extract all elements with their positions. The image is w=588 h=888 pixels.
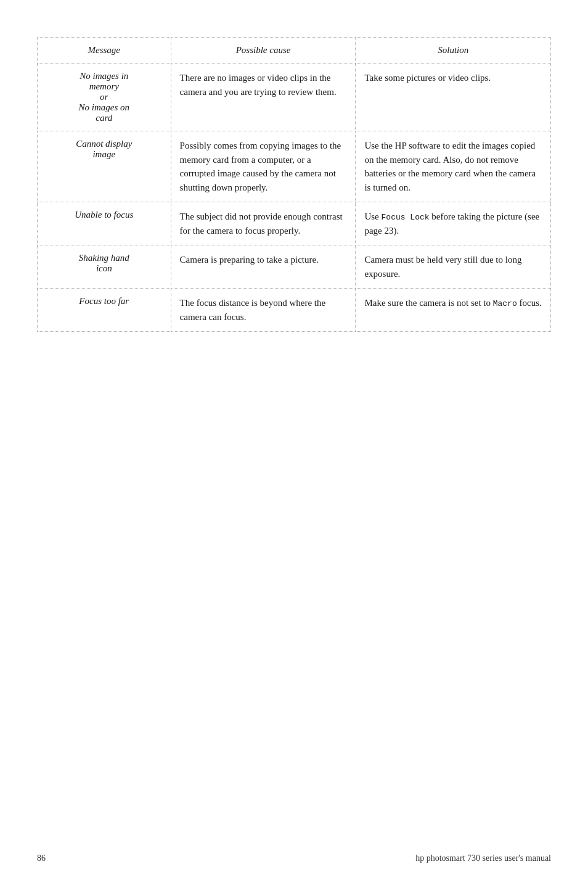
- cause-text: The focus distance is beyond where the c…: [180, 298, 326, 322]
- footer-title: hp photosmart 730 series user's manual: [415, 853, 551, 863]
- solution-cell: Make sure the camera is not set to Macro…: [356, 289, 551, 332]
- macro-text: Macro: [493, 299, 517, 308]
- message-text: Unable to focus: [75, 210, 133, 220]
- cause-cell: The subject did not provide enough contr…: [171, 202, 356, 245]
- solution-text: Use the HP software to edit the images c…: [364, 141, 536, 192]
- cause-text: Camera is preparing to take a picture.: [180, 255, 319, 265]
- header-message: Message: [38, 38, 171, 64]
- message-cell: Cannot displayimage: [38, 131, 171, 202]
- solution-cell: Camera must be held very still due to lo…: [356, 245, 551, 289]
- table-row: Shaking handicon Camera is preparing to …: [38, 245, 551, 289]
- page-container: Message Possible cause Solution No image…: [0, 0, 588, 888]
- solution-cell: Use Focus Lock before taking the picture…: [356, 202, 551, 245]
- message-cell: No images inmemoryorNo images oncard: [38, 64, 171, 131]
- message-cell: Focus too far: [38, 289, 171, 332]
- cause-cell: There are no images or video clips in th…: [171, 64, 356, 131]
- solution-cell: Use the HP software to edit the images c…: [356, 131, 551, 202]
- solution-text-part1: Make sure the camera is not set to: [364, 298, 492, 308]
- solution-text: Camera must be held very still due to lo…: [364, 255, 521, 279]
- error-messages-table: Message Possible cause Solution No image…: [37, 37, 551, 332]
- cause-cell: The focus distance is beyond where the c…: [171, 289, 356, 332]
- solution-text-part2: focus.: [517, 298, 542, 308]
- message-cell: Unable to focus: [38, 202, 171, 245]
- message-text: No images inmemoryorNo images oncard: [79, 71, 130, 123]
- table-header-row: Message Possible cause Solution: [38, 38, 551, 64]
- table-row: Focus too far The focus distance is beyo…: [38, 289, 551, 332]
- page-footer: 86 hp photosmart 730 series user's manua…: [37, 853, 551, 863]
- message-text: Shaking handicon: [79, 253, 129, 273]
- header-solution: Solution: [356, 38, 551, 64]
- cause-text: The subject did not provide enough contr…: [180, 212, 343, 236]
- message-text: Cannot displayimage: [76, 139, 132, 159]
- cause-cell: Possibly comes from copying images to th…: [171, 131, 356, 202]
- table-row: No images inmemoryorNo images oncard The…: [38, 64, 551, 131]
- cause-text: There are no images or video clips in th…: [180, 73, 337, 97]
- message-cell: Shaking handicon: [38, 245, 171, 289]
- solution-text-part1: Use: [364, 212, 381, 221]
- message-text: Focus too far: [79, 296, 129, 306]
- table-row: Unable to focus The subject did not prov…: [38, 202, 551, 245]
- cause-cell: Camera is preparing to take a picture.: [171, 245, 356, 289]
- focus-lock-text: Focus Lock: [382, 213, 430, 222]
- table-row: Cannot displayimage Possibly comes from …: [38, 131, 551, 202]
- cause-text: Possibly comes from copying images to th…: [180, 141, 341, 192]
- header-cause: Possible cause: [171, 38, 356, 64]
- solution-cell: Take some pictures or video clips.: [356, 64, 551, 131]
- solution-text: Take some pictures or video clips.: [364, 73, 491, 83]
- page-number: 86: [37, 853, 46, 863]
